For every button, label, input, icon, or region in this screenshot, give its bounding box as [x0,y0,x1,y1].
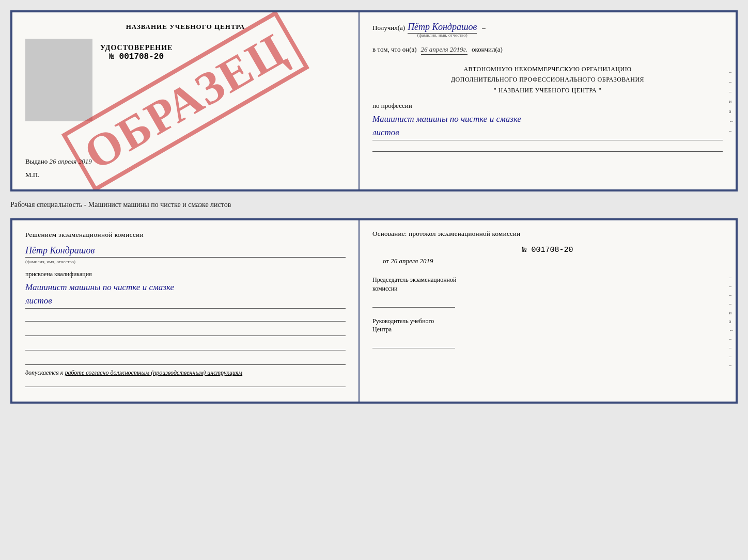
middle-label: Рабочая специальность - Машинист машины … [10,198,738,212]
protocol-date-prefix: от [383,257,389,265]
doc-bottom-right: Основание: протокол экзаменационной коми… [360,220,736,402]
chairman-signature-line [372,297,455,308]
underline-1 [25,311,346,322]
допускается-text: работе согласно должностным (производств… [65,369,242,376]
chairman-line1: Председатель экзаменационной [372,276,723,284]
center-title-top: НАЗВАНИЕ УЧЕБНОГО ЦЕНТРА [25,23,346,31]
document-top: НАЗВАНИЕ УЧЕБНОГО ЦЕНТРА УДОСТОВЕРЕНИЕ №… [10,10,738,191]
head-block: Руководитель учебного Центра [372,317,723,349]
issued-date: 26 апреля 2019 [50,157,92,165]
chairman-block: Председатель экзаменационной комиссии [372,276,723,308]
protocol-date: 26 апреля 2019 [391,257,433,265]
issued-text: Выдано [25,157,48,165]
recipient-name: Пётр Кондрашов [408,22,477,34]
doc-right-top: Получил(а) Пётр Кондрашов (фамилия, имя,… [360,12,736,189]
org-line3: " НАЗВАНИЕ УЧЕБНОГО ЦЕНТРА " [372,85,723,95]
document-bottom: Решением экзаменационной комиссии Пётр К… [10,218,738,404]
mp-label: М.П. [25,171,346,179]
qualification-line1: Машинист машины по чистке и смазке [25,281,346,294]
head-line1: Руководитель учебного [372,317,723,326]
received-prefix: Получил(а) [372,24,405,32]
profession-prefix: по профессии [372,102,723,110]
underline-3 [25,340,346,350]
side-marks-bottom: – – – – и а ← – – – – [729,275,736,368]
cert-title-block: УДОСТОВЕРЕНИЕ № 001708-20 [100,44,173,61]
profession-line2: листов [372,126,723,141]
qualification-line2: листов [25,294,346,309]
chairman-label: Председатель экзаменационной комиссии [372,276,723,293]
cert-number: № 001708-20 [100,52,173,61]
profession-text: Машинист машины по чистке и смазке листо… [372,113,723,152]
page-wrapper: НАЗВАНИЕ УЧЕБНОГО ЦЕНТРА УДОСТОВЕРЕНИЕ №… [10,10,738,404]
protocol-date-line: от 26 апреля 2019 [372,257,723,265]
commission-title: Решением экзаменационной комиссии [25,231,346,239]
issued-line: Выдано 26 апреля 2019 [25,157,346,166]
protocol-number: № 001708-20 [372,246,723,254]
person-sublabel-bottom: (фамилия, имя, отчество) [25,259,346,264]
date-prefix: в том, что он(а) [372,45,417,54]
допускается-prefix: допускается к [25,369,63,376]
head-signature-line [372,338,455,348]
name-sublabel: (фамилия, имя, отчество) [408,33,477,38]
received-line: Получил(а) Пётр Кондрашов (фамилия, имя,… [372,22,723,38]
chairman-line2: комиссии [372,284,723,293]
date-suffix: окончил(а) [472,45,503,54]
profession-line1: Машинист машины по чистке и смазке [372,113,723,126]
org-line1: АВТОНОМНУЮ НЕКОММЕРЧЕСКУЮ ОРГАНИЗАЦИЮ [372,64,723,74]
doc-left-top: НАЗВАНИЕ УЧЕБНОГО ЦЕНТРА УДОСТОВЕРЕНИЕ №… [12,12,360,189]
qualification-text: Машинист машины по чистке и смазке листо… [25,281,346,309]
foundation-title: Основание: протокол экзаменационной коми… [372,230,723,238]
head-label: Руководитель учебного Центра [372,317,723,334]
org-text: АВТОНОМНУЮ НЕКОММЕРЧЕСКУЮ ОРГАНИЗАЦИЮ ДО… [372,64,723,95]
head-line2: Центра [372,325,723,334]
commission-person-name: Пётр Кондрашов [25,245,346,258]
side-marks-top: – – – и а ← – [729,69,736,133]
doc-bottom-left: Решением экзаменационной комиссии Пётр К… [12,220,360,402]
underline-4 [25,355,346,365]
completion-date: 26 апреля 2019г. [421,45,467,55]
underline-5 [25,377,346,387]
profession-line3 [372,140,723,152]
org-line2: ДОПОЛНИТЕЛЬНОГО ПРОФЕССИОНАЛЬНОГО ОБРАЗО… [372,74,723,85]
assigned-label: присвоена квалификация [25,270,346,278]
photo-placeholder [25,39,92,121]
underline-2 [25,326,346,336]
cert-label: УДОСТОВЕРЕНИЕ [100,44,173,52]
допускается-line: допускается к работе согласно должностны… [25,369,346,377]
dash1: – [482,24,486,32]
date-line: в том, что он(а) 26 апреля 2019г. окончи… [372,45,723,55]
